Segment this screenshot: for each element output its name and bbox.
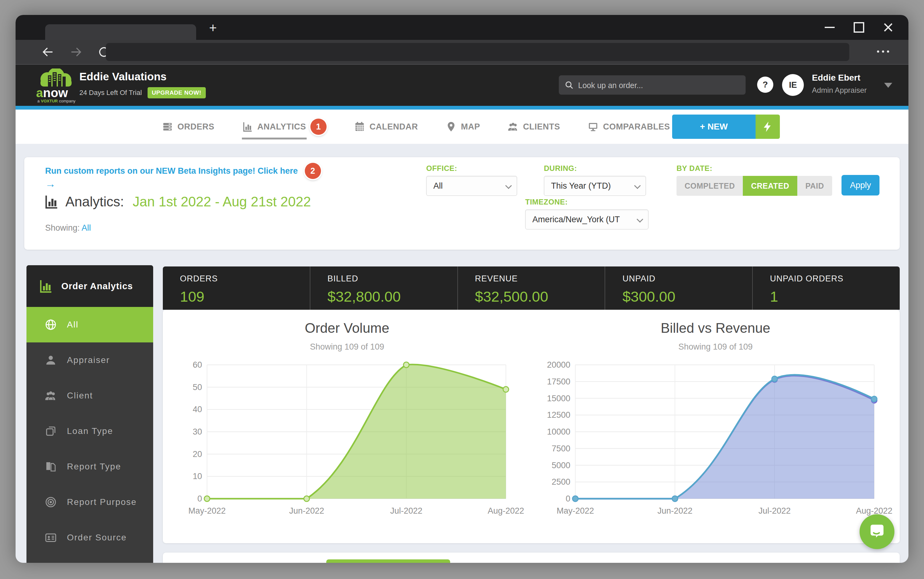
svg-text:Aug-2022: Aug-2022 [856, 506, 893, 515]
office-select[interactable]: All [426, 176, 517, 196]
company-name: Eddie Valuations [79, 70, 167, 83]
nav-comparables[interactable]: COMPARABLES [587, 110, 670, 144]
svg-text:2500: 2500 [552, 477, 570, 487]
sidebar-item-order-source[interactable]: Order Source [26, 520, 153, 555]
nav-orders[interactable]: ORDERS [162, 110, 214, 144]
globe-icon [44, 319, 57, 331]
during-select[interactable]: This Year (YTD) [544, 176, 646, 196]
svg-text:Aug-2022: Aug-2022 [487, 506, 524, 515]
nav-clients[interactable]: CLIENTS [507, 110, 560, 144]
svg-text:5000: 5000 [552, 461, 570, 470]
svg-text:20: 20 [193, 450, 202, 459]
back-button[interactable] [41, 45, 55, 59]
main-nav: ORDERS ANALYTICS 1 CALENDAR MAP CLIENTS [16, 110, 908, 144]
svg-text:anow: anow [36, 86, 68, 100]
intercom-chat-button[interactable] [860, 514, 895, 549]
arrow-right-icon[interactable]: → [45, 178, 56, 190]
analytics-icon [242, 121, 253, 132]
maximize-button[interactable] [853, 21, 865, 33]
user-name: Eddie Ebert [812, 73, 860, 83]
user-icon [44, 354, 57, 366]
order-volume-plot: 0102030405060May-2022Jun-2022Jul-2022Aug… [170, 358, 525, 520]
minimize-button[interactable] [824, 21, 836, 33]
sidebar-item-property-type[interactable]: Property Type [26, 555, 153, 563]
sidebar-item-loan-type[interactable]: Loan Type [26, 414, 153, 449]
browser-tab[interactable] [45, 24, 196, 40]
svg-text:10: 10 [193, 472, 202, 481]
svg-text:50: 50 [193, 383, 202, 392]
date-range: Jan 1st 2022 - Aug 21st 2022 [132, 194, 311, 209]
orders-icon [162, 121, 173, 132]
forward-icon [69, 45, 83, 59]
by-date-paid[interactable]: PAID [797, 176, 832, 196]
sidebar-item-client[interactable]: Client [26, 378, 153, 414]
office-label: OFFICE: [426, 164, 517, 173]
avatar[interactable]: IE [782, 74, 804, 96]
stat-unpaid: UNPAID $300.00 [605, 267, 752, 310]
chart-title: Order Volume [305, 320, 389, 336]
next-section-button[interactable] [326, 559, 450, 563]
search-icon [564, 80, 574, 90]
analytics-sidebar: Order Analytics All Appraiser Client Loa… [26, 265, 153, 563]
svg-text:Jul-2022: Jul-2022 [390, 506, 422, 515]
analytics-title-icon [44, 194, 59, 209]
calendar-icon [354, 121, 365, 132]
timezone-label: TIMEZONE: [525, 198, 648, 206]
browser-window: + [16, 15, 908, 563]
trial-countdown: 24 Days Left Of Trial [79, 89, 142, 97]
sidebar-item-report-type[interactable]: Report Type [26, 449, 153, 484]
timezone-select[interactable]: America/New_York (UT [525, 209, 648, 229]
svg-text:12500: 12500 [547, 410, 570, 420]
nav-analytics[interactable]: ANALYTICS 1 [242, 110, 327, 144]
sidebar-item-report-purpose[interactable]: Report Purpose [26, 484, 153, 520]
browser-tab-strip: + [16, 15, 908, 40]
by-date-completed[interactable]: COMPLETED [677, 176, 743, 196]
upgrade-now-button[interactable]: UPGRADE NOW! [147, 87, 206, 98]
svg-text:0: 0 [566, 494, 570, 503]
report-icon [44, 460, 57, 473]
browser-menu-button[interactable] [877, 51, 889, 52]
forward-button[interactable] [69, 45, 83, 59]
close-button[interactable] [882, 21, 894, 33]
svg-text:15000: 15000 [547, 394, 570, 403]
order-analytics-icon [38, 279, 53, 294]
svg-text:40: 40 [193, 405, 202, 414]
stat-billed: BILLED $32,800.00 [310, 267, 457, 310]
nav-calendar[interactable]: CALENDAR [354, 110, 418, 144]
svg-text:20000: 20000 [547, 360, 570, 370]
chart-subtitle: Showing 109 of 109 [679, 342, 753, 352]
showing-value-link[interactable]: All [82, 223, 91, 232]
sidebar-item-appraiser[interactable]: Appraiser [26, 342, 153, 378]
showing-label: Showing: [45, 223, 80, 232]
url-bar[interactable] [106, 43, 849, 61]
beta-insights-link[interactable]: Run custom reports on our NEW Beta Insig… [45, 163, 321, 179]
by-date-created[interactable]: CREATED [743, 176, 797, 196]
nav-map[interactable]: MAP [445, 110, 480, 144]
stat-orders: ORDERS 109 [163, 267, 310, 310]
chat-bubble-icon [868, 523, 886, 541]
close-icon [883, 23, 893, 32]
id-card-icon [44, 532, 57, 544]
svg-text:Jun-2022: Jun-2022 [289, 506, 324, 515]
new-tab-button[interactable]: + [206, 22, 220, 36]
svg-text:30: 30 [193, 427, 202, 437]
svg-text:17500: 17500 [547, 377, 570, 386]
chart-title: Billed vs Revenue [661, 320, 770, 336]
apply-button[interactable]: Apply [842, 175, 880, 196]
sidebar-header: Order Analytics [26, 265, 153, 307]
help-button[interactable]: ? [757, 77, 774, 93]
order-volume-chart: Order Volume Showing 109 of 109 01020304… [163, 310, 532, 543]
new-order-button[interactable]: + NEW [672, 114, 756, 139]
svg-text:May-2022: May-2022 [557, 506, 594, 515]
svg-text:May-2022: May-2022 [188, 506, 226, 515]
user-menu-caret-icon[interactable] [884, 83, 892, 88]
svg-text:aVOXTURcompany: aVOXTURcompany [38, 99, 76, 103]
billed-vs-revenue-plot: 02500500075001000012500150001750020000Ma… [538, 358, 893, 520]
accent-bar [16, 106, 908, 110]
charts-panel: Order Volume Showing 109 of 109 01020304… [163, 310, 900, 543]
quick-actions-button[interactable] [756, 114, 780, 139]
sidebar-item-all[interactable]: All [26, 307, 153, 342]
clients-icon [507, 121, 518, 132]
search-input[interactable] [577, 75, 741, 95]
order-search [559, 75, 746, 95]
